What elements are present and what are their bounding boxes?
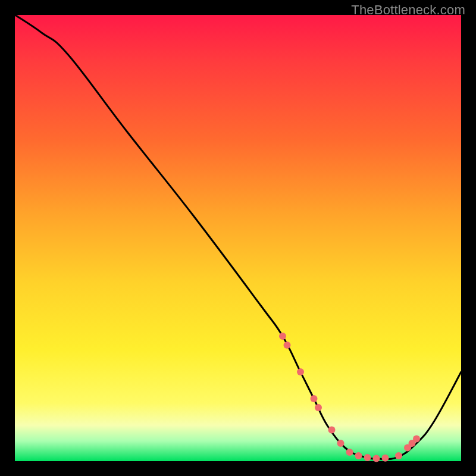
marker-dot — [284, 342, 291, 349]
bottleneck-curve — [15, 15, 461, 459]
marker-dot — [311, 395, 318, 402]
marker-dot — [413, 436, 420, 443]
marker-dot — [315, 404, 322, 411]
watermark-text: TheBottleneck.com — [351, 2, 465, 18]
marker-dot — [346, 449, 353, 456]
marker-dot — [328, 427, 336, 434]
marker-dot — [355, 452, 362, 459]
curve-layer — [15, 15, 461, 461]
marker-dot — [337, 440, 345, 447]
chart-stage: TheBottleneck.com — [0, 0, 476, 476]
marker-dot — [382, 455, 389, 462]
marker-dot — [364, 454, 371, 461]
marker-dot — [373, 455, 380, 462]
marker-dot — [297, 368, 304, 375]
marker-dot — [279, 333, 286, 340]
marker-dot — [395, 452, 402, 459]
highlight-markers — [279, 333, 420, 462]
